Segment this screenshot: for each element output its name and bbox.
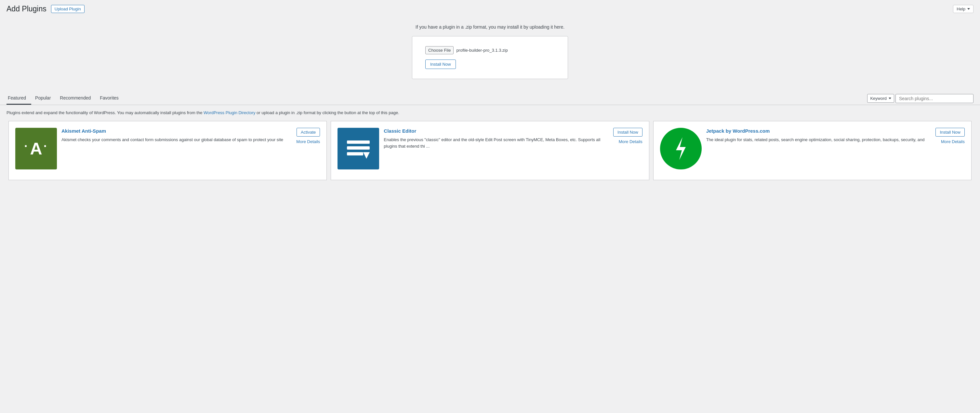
- info-after-link: or upload a plugin in .zip format by cli…: [255, 110, 399, 115]
- install-now-button-classic-editor[interactable]: Install Now: [613, 128, 643, 137]
- tab-popular[interactable]: Popular: [34, 92, 56, 105]
- plugin-description-akismet: Akismet checks your comments and contact…: [62, 137, 292, 143]
- tab-recommended[interactable]: Recommended: [59, 92, 96, 105]
- tabs-nav: Featured Popular Recommended Favorites: [6, 92, 126, 105]
- help-label: Help: [956, 6, 966, 11]
- file-name-display: profile-builder-pro_3.1.3.zip: [456, 48, 508, 53]
- page-title-area: Add Plugins Upload Plugin: [6, 5, 84, 13]
- plugin-card-classic-editor: Classic Editor Enables the previous "cla…: [331, 121, 649, 180]
- search-type-select[interactable]: Keyword: [867, 94, 894, 103]
- plugin-info-jetpack: Jetpack by WordPress.com The ideal plugi…: [706, 128, 931, 143]
- more-details-link-jetpack[interactable]: More Details: [941, 139, 965, 144]
- plugin-card-top: A Akismet Anti-Spam Akismet checks your …: [15, 128, 320, 169]
- akismet-letter: A: [30, 139, 42, 158]
- plugin-info-akismet: Akismet Anti-Spam Akismet checks your co…: [62, 128, 292, 143]
- plugin-description-classic-editor: Enables the previous "classic" editor an…: [384, 137, 609, 149]
- plugin-name-jetpack: Jetpack by WordPress.com: [706, 128, 931, 134]
- tabs-bar: Featured Popular Recommended Favorites K…: [0, 92, 980, 105]
- tab-favorites[interactable]: Favorites: [99, 92, 124, 105]
- plugin-icon-classic-editor: [337, 128, 379, 169]
- plugin-description-jetpack: The ideal plugin for stats, related post…: [706, 137, 931, 143]
- info-text: Plugins extend and expand the functional…: [0, 105, 980, 121]
- upload-section: If you have a plugin in a .zip format, y…: [0, 18, 980, 89]
- svg-rect-1: [347, 146, 370, 150]
- chevron-down-icon: [967, 8, 970, 10]
- svg-rect-0: [347, 140, 370, 144]
- classic-editor-svg: [344, 134, 373, 163]
- more-details-link-akismet[interactable]: More Details: [296, 139, 320, 144]
- install-now-button-jetpack[interactable]: Install Now: [935, 128, 965, 137]
- svg-marker-3: [363, 152, 370, 159]
- upload-box: Choose File profile-builder-pro_3.1.3.zi…: [412, 36, 568, 79]
- svg-rect-2: [347, 152, 363, 155]
- plugin-actions-classic-editor: Install Now More Details: [613, 128, 643, 144]
- plugin-card-akismet: A Akismet Anti-Spam Akismet checks your …: [8, 121, 327, 180]
- help-button[interactable]: Help: [953, 5, 974, 13]
- jetpack-svg: [666, 134, 695, 163]
- plugin-actions-akismet: Activate More Details: [296, 128, 320, 144]
- plugin-name-classic-editor: Classic Editor: [384, 128, 609, 134]
- search-area: Keyword: [867, 94, 974, 103]
- plugin-card-jetpack: Jetpack by WordPress.com The ideal plugi…: [653, 121, 972, 180]
- more-details-link-classic-editor[interactable]: More Details: [619, 139, 643, 144]
- upload-plugin-button[interactable]: Upload Plugin: [51, 5, 84, 13]
- file-input-row: Choose File profile-builder-pro_3.1.3.zi…: [425, 46, 555, 54]
- search-type-label: Keyword: [870, 96, 887, 101]
- svg-marker-4: [676, 137, 686, 160]
- plugin-card-top: Classic Editor Enables the previous "cla…: [337, 128, 642, 169]
- chevron-down-icon: [889, 97, 891, 99]
- activate-button-akismet[interactable]: Activate: [296, 128, 320, 137]
- tab-featured[interactable]: Featured: [6, 92, 31, 105]
- plugin-directory-link[interactable]: WordPress Plugin Directory: [204, 110, 255, 115]
- page-header: Add Plugins Upload Plugin Help: [0, 0, 980, 18]
- choose-file-button[interactable]: Choose File: [425, 46, 453, 54]
- search-plugins-input[interactable]: [896, 94, 974, 103]
- plugin-card-top: Jetpack by WordPress.com The ideal plugi…: [660, 128, 965, 169]
- plugin-info-classic-editor: Classic Editor Enables the previous "cla…: [384, 128, 609, 150]
- upload-description: If you have a plugin in a .zip format, y…: [6, 24, 974, 30]
- plugin-icon-akismet: A: [15, 128, 57, 169]
- plugins-grid: A Akismet Anti-Spam Akismet checks your …: [0, 121, 980, 184]
- info-before-link: Plugins extend and expand the functional…: [6, 110, 204, 115]
- plugin-actions-jetpack: Install Now More Details: [935, 128, 965, 144]
- plugin-name-akismet: Akismet Anti-Spam: [62, 128, 292, 134]
- page-title: Add Plugins: [6, 5, 46, 13]
- plugin-icon-jetpack: [660, 128, 702, 169]
- install-now-button-upload[interactable]: Install Now: [425, 59, 456, 69]
